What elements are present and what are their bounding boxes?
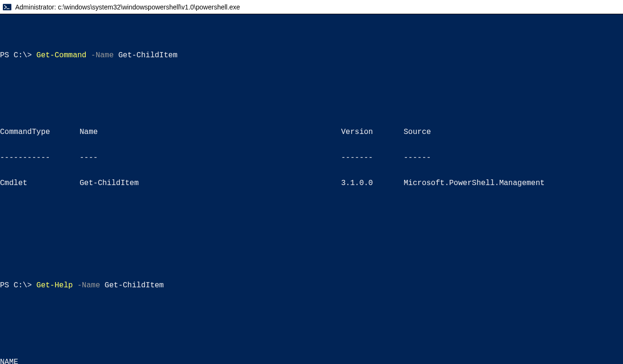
blank-line bbox=[0, 239, 623, 247]
help-name-header: NAME bbox=[0, 358, 623, 364]
table-header: CommandType Name Version Source bbox=[0, 128, 623, 136]
prompt-text: PS C:\> bbox=[0, 51, 36, 60]
cell-version: 3.1.0.0 bbox=[341, 179, 404, 187]
col-header-name: Name bbox=[80, 128, 341, 136]
prompt-line-2: PS C:\> Get-Help -Name Get-ChildItem bbox=[0, 281, 623, 290]
blank-line bbox=[0, 85, 623, 94]
svg-rect-0 bbox=[3, 4, 11, 10]
command-arg: Get-ChildItem bbox=[105, 281, 164, 290]
window-title: Administrator: c:\windows\system32\windo… bbox=[15, 3, 240, 11]
table-row: Cmdlet Get-ChildItem 3.1.0.0 Microsoft.P… bbox=[0, 179, 623, 187]
cell-name: Get-ChildItem bbox=[80, 179, 341, 187]
prompt-line-1: PS C:\> Get-Command -Name Get-ChildItem bbox=[0, 51, 623, 60]
blank-line bbox=[0, 315, 623, 324]
command-name: Get-Help bbox=[36, 281, 73, 290]
powershell-icon bbox=[3, 3, 11, 11]
cell-type: Cmdlet bbox=[0, 179, 80, 187]
col-header-source: Source bbox=[404, 128, 623, 136]
command-name: Get-Command bbox=[36, 51, 87, 60]
col-header-type: CommandType bbox=[0, 128, 80, 136]
cell-source: Microsoft.PowerShell.Management bbox=[404, 179, 623, 187]
command-param: -Name bbox=[77, 281, 100, 290]
col-header-version: Version bbox=[341, 128, 404, 136]
command-param: -Name bbox=[91, 51, 114, 60]
blank-line bbox=[0, 213, 623, 222]
console-output[interactable]: PS C:\> Get-Command -Name Get-ChildItem … bbox=[0, 14, 623, 364]
command-arg: Get-ChildItem bbox=[118, 51, 178, 60]
table-underline: ----------- ---- ------- ------ bbox=[0, 153, 623, 162]
window-titlebar[interactable]: Administrator: c:\windows\system32\windo… bbox=[0, 0, 623, 14]
